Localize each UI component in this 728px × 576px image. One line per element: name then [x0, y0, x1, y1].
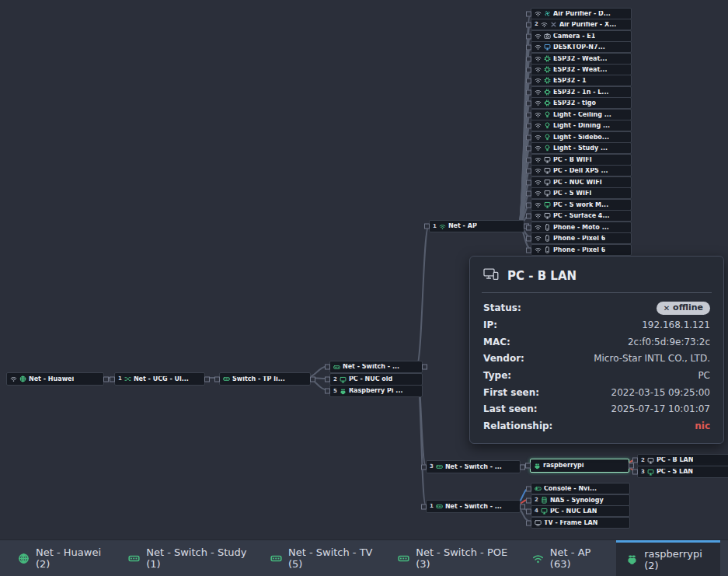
port-number: 3	[641, 470, 645, 475]
node-net-ap[interactable]: 1Net - AP	[429, 220, 524, 232]
node-esp32-1n-l[interactable]: ESP32 - 1n - L...	[531, 86, 632, 98]
port-in	[526, 486, 531, 491]
port-out	[204, 376, 210, 382]
node-raspberry-pi[interactable]: 5Raspberry Pi ...	[329, 385, 423, 397]
node-pc-s-wifi[interactable]: PC - S WIFI	[531, 187, 632, 199]
node-esp32-1[interactable]: ESP32 - 1	[531, 75, 632, 86]
node-nas-synology[interactable]: 2NAS - Synology	[531, 494, 630, 506]
port-in	[526, 44, 531, 50]
bulb-icon	[544, 145, 551, 152]
node-phone-pixel-6[interactable]: Phone - Pixel 6	[531, 244, 632, 256]
tab-net-switch-poe-3[interactable]: Net - Switch - POE (3)	[388, 540, 522, 576]
tab-net-switch-tv-5[interactable]: Net - Switch - TV (5)	[260, 540, 388, 576]
node-net-switch[interactable]: 3Net - Switch - ...	[426, 460, 521, 473]
popup-title: PC - B LAN	[507, 269, 576, 283]
node-label: PC - Surface 4...	[553, 213, 610, 219]
signal-icon	[535, 10, 542, 17]
switch-icon	[128, 553, 140, 564]
raspberry-icon	[340, 388, 347, 395]
phone-icon	[544, 224, 551, 231]
fan-icon	[544, 10, 551, 17]
detail-label: IP:	[483, 319, 497, 332]
bulb-icon	[544, 122, 551, 129]
detail-row-ip: IP:192.168.1.121	[482, 317, 712, 334]
x-icon	[550, 21, 557, 28]
tab-raspberrypi-2[interactable]: raspberrypi (2)	[616, 540, 720, 576]
globe-icon	[19, 375, 26, 382]
node-pc-b-wifi[interactable]: PC - B WIFI	[531, 154, 632, 166]
node-pc-nuc-wifi[interactable]: PC - NUC WIFI	[531, 176, 632, 188]
port-number: 2	[535, 497, 538, 503]
node-label: ESP32 - 1	[553, 78, 587, 84]
topology-canvas[interactable]: Net - Huawei1Net - UCG - Ul...Switch - T…	[0, 0, 728, 540]
signal-icon	[535, 44, 542, 51]
node-net-switch[interactable]: 1Net - Switch - ...	[426, 500, 521, 513]
node-raspberrypi[interactable]: raspberrypi	[530, 459, 629, 473]
port-in	[526, 134, 531, 140]
node-pc-s-work-m[interactable]: PC - S work M...	[531, 199, 632, 211]
port-in	[421, 464, 427, 470]
node-label: Light - Study ...	[553, 145, 608, 152]
detail-value: 192.168.1.121	[642, 319, 710, 332]
node-pc-nuc-old[interactable]: 2PC - NUC old	[329, 373, 423, 386]
node-light-dining[interactable]: Light - Dining ...	[531, 120, 632, 131]
node-pc-surface-4[interactable]: PC - Surface 4...	[531, 210, 632, 222]
node-switch-tp-li[interactable]: Switch - TP li...	[219, 372, 311, 386]
node-label: PC - S work M...	[553, 202, 608, 208]
wifi-icon	[439, 223, 446, 230]
detail-label: Relationship:	[483, 421, 552, 433]
node-label: Phone - Pixel 6	[553, 236, 605, 242]
node-air-purifier-d[interactable]: Air Purifier - D...	[531, 8, 632, 19]
port-in	[526, 100, 531, 106]
nas-icon	[541, 497, 548, 504]
port-in	[526, 213, 531, 218]
node-esp32-weat[interactable]: ESP32 - Weat...	[531, 53, 632, 65]
node-phone-pixel-6[interactable]: Phone - Pixel 6	[531, 232, 632, 244]
node-esp32-tlgo[interactable]: ESP32 - tlgo	[531, 97, 632, 109]
tab-net-huawei-2[interactable]: Net - Huawei (2)	[8, 540, 118, 576]
port-in	[526, 190, 531, 196]
node-net-ucg-ul[interactable]: 1Net - UCG - Ul...	[114, 372, 205, 386]
wifi-icon	[10, 375, 17, 382]
node-label: Switch - TP li...	[232, 376, 285, 382]
node-phone-moto[interactable]: Phone - Moto ...	[531, 222, 632, 233]
node-pc-nuc-lan[interactable]: 4PC - NUC LAN	[531, 505, 630, 517]
detail-row-mac: MAC:2c:f0:5d:9e:73:2c	[482, 334, 712, 351]
node-pc-b-lan[interactable]: 2PC - B LAN	[637, 454, 728, 466]
node-net-huawei[interactable]: Net - Huawei	[6, 372, 104, 386]
tab-net-switch-study-1[interactable]: Net - Switch - Study (1)	[118, 540, 260, 576]
detail-value: 2c:f0:5d:9e:73:2c	[628, 337, 710, 349]
node-air-purifier-x[interactable]: 2Air Purifier - X...	[531, 19, 632, 30]
node-label: PC - NUC WIFI	[553, 180, 602, 186]
monitor-icon	[544, 44, 551, 51]
node-camera-e1[interactable]: Camera - E1	[531, 30, 632, 42]
node-light-ceiling[interactable]: Light - Ceiling ...	[531, 109, 632, 120]
signal-icon	[541, 21, 548, 28]
signal-icon	[535, 190, 542, 197]
node-label: Net - Huawei	[29, 376, 74, 382]
node-console-nvi[interactable]: Console - Nvi...	[531, 483, 630, 494]
node-tv-frame-lan[interactable]: TV - Frame LAN	[531, 517, 630, 529]
tab-net-ap-63[interactable]: Net - AP (63)	[522, 540, 616, 576]
node-label: Light - Ceiling ...	[553, 112, 611, 118]
monitor-icon	[544, 179, 551, 186]
port-number: 2	[535, 22, 538, 27]
device-details-popup: PC - B LAN Status:✕offlineIP:192.168.1.1…	[469, 256, 724, 444]
node-desktop-n7[interactable]: DESKTOP-N7...	[531, 41, 632, 53]
detail-row-status: Status:✕offline	[482, 299, 712, 317]
port-in	[632, 470, 638, 475]
node-net-switch[interactable]: Net - Switch - ...	[329, 361, 423, 373]
tab-label: raspberrypi (2)	[644, 548, 710, 571]
node-pc-s-lan[interactable]: 3PC - S LAN	[637, 466, 728, 478]
detail-label: Status:	[483, 302, 521, 315]
node-light-study[interactable]: Light - Study ...	[531, 142, 632, 154]
node-light-sidebo[interactable]: Light - Sidebo...	[531, 131, 632, 143]
node-pc-dell-xps[interactable]: PC - Dell XPS ...	[531, 165, 632, 176]
node-label: PC - B WIFI	[553, 157, 592, 163]
node-esp32-weat[interactable]: ESP32 - Weat...	[531, 64, 632, 75]
switch-icon	[398, 553, 409, 564]
signal-icon	[535, 111, 542, 118]
signal-icon	[535, 134, 542, 141]
node-label: raspberrypi	[543, 463, 584, 469]
popup-detail-rows: Status:✕offlineIP:192.168.1.121MAC:2c:f0…	[482, 299, 712, 435]
